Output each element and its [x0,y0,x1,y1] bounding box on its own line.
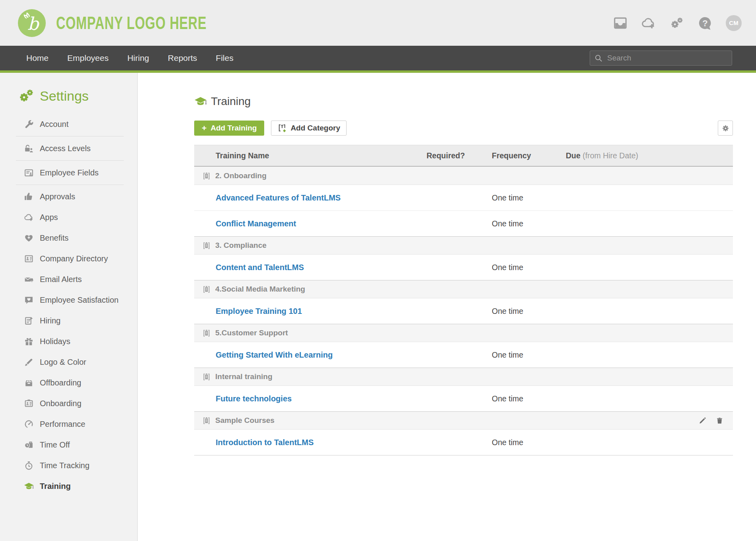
nav-item-hiring[interactable]: Hiring [127,53,149,63]
training-frequency: One time [492,193,566,202]
sidebar-item-email-alerts[interactable]: Email Alerts [0,269,137,290]
settings-title: Settings [18,87,137,105]
main-nav: HomeEmployeesHiringReportsFiles [0,46,756,70]
category-label: 4.Social Media Marketing [215,285,305,294]
add-category-button[interactable]: Add Category [271,121,347,136]
training-link[interactable]: Future technologies [194,394,427,403]
nav-item-reports[interactable]: Reports [168,53,197,63]
sidebar-item-offboarding[interactable]: Offboarding [0,372,137,393]
sidebar-item-label: Employee Satisfaction [40,296,119,305]
table-settings-button[interactable] [718,121,733,136]
sidebar-item-benefits[interactable]: Benefits [0,228,137,248]
stopwatch-icon [24,461,34,471]
training-link[interactable]: Conflict Management [194,219,427,228]
training-frequency: One time [492,219,566,228]
training-link[interactable]: Getting Started With eLearning [194,350,427,360]
sidebar-item-onboarding[interactable]: Onboarding [0,393,137,414]
plus-icon: + [202,123,207,133]
box-icon [24,378,34,388]
clipboard-icon [202,329,211,337]
sidebar-item-time-off[interactable]: Time Off [0,434,137,455]
sidebar-item-apps[interactable]: Apps [0,207,137,228]
category-row-4-social-media-marketing: 4.Social Media Marketing [194,280,733,298]
clipboard-add-icon [277,123,287,133]
sidebar-item-label: Offboarding [40,378,81,387]
company-logo[interactable]: b COMPANY LOGO HERE [0,9,265,37]
training-frequency: One time [492,394,566,403]
training-link[interactable]: Content and TalentLMS [194,263,427,272]
inbox-icon[interactable] [613,16,628,31]
sidebar-item-label: Time Off [40,440,70,450]
clipboard-icon [202,372,211,381]
training-row-future-technologies: Future technologiesOne time [194,386,733,411]
clipboard-icon [202,241,211,250]
help-icon[interactable]: ? [698,16,713,31]
sidebar-item-logo-color[interactable]: Logo & Color [0,352,137,372]
training-link[interactable]: Introduction to TalentLMS [194,438,427,447]
training-frequency: One time [492,263,566,272]
col-required: Required? [427,151,492,160]
sidebar-item-company-directory[interactable]: Company Directory [0,248,137,269]
sidebar-item-label: Hiring [40,316,60,325]
sidebar-item-label: Approvals [40,192,75,201]
trash-icon[interactable] [716,417,723,424]
sidebar-item-label: Benefits [40,234,68,243]
employee-fields-icon [24,168,34,178]
category-label: 5.Customer Support [215,329,288,337]
training-row-advanced-features-of-talentlms: Advanced Features of TalentLMSOne time [194,185,733,210]
training-link[interactable]: Advanced Features of TalentLMS [194,193,427,202]
sidebar-item-account[interactable]: Account [0,113,137,135]
sidebar-item-time-tracking[interactable]: Time Tracking [0,455,137,476]
training-frequency: One time [492,350,566,360]
training-row-getting-started-with-elearning: Getting Started With eLearningOne time [194,342,733,368]
nav-item-files[interactable]: Files [216,53,233,63]
col-frequency: Frequency [492,151,566,160]
company-logo-icon: b [18,9,46,37]
training-frequency: One time [492,438,566,447]
page-title: Training [194,95,733,108]
sidebar-item-label: Apps [40,213,58,222]
thumbs-up-icon [24,192,34,202]
sidebar-item-label: Holidays [40,337,70,346]
clipboard-icon [202,171,211,180]
sidebar-item-label: Account [40,120,68,129]
search-box[interactable] [590,51,732,66]
sidebar-item-employee-satisfaction[interactable]: Employee Satisfaction [0,290,137,310]
search-icon [594,54,603,62]
document-pin-icon [24,316,34,326]
main-content: Training + Add Training Add Category Tra… [138,73,756,541]
sidebar-item-approvals[interactable]: Approvals [0,186,137,207]
sidebar-divider [16,185,124,185]
pencil-icon[interactable] [699,417,706,424]
training-row-employee-training-101: Employee Training 101One time [194,298,733,324]
sidebar-item-employee-fields[interactable]: Employee Fields [0,162,137,183]
category-label: Sample Courses [215,416,275,425]
cloud-add-icon[interactable] [641,16,656,31]
graduation-cap-icon [24,481,34,491]
nav-item-employees[interactable]: Employees [67,53,109,63]
sidebar-divider [16,160,124,161]
category-row-internal-training: Internal training [194,368,733,386]
app-header: b COMPANY LOGO HERE ? CM [0,0,756,46]
sidebar-item-training[interactable]: Training [0,476,137,496]
cloud-add-icon [24,212,34,222]
sidebar-items: AccountAccess LevelsEmployee FieldsAppro… [0,113,137,496]
nav-item-home[interactable]: Home [26,53,49,63]
avatar[interactable]: CM [726,15,742,31]
sidebar-item-holidays[interactable]: Holidays [0,331,137,352]
sidebar-item-access-levels[interactable]: Access Levels [0,138,137,159]
add-training-button[interactable]: + Add Training [194,121,264,136]
gears-icon[interactable] [669,16,684,31]
email-alert-icon [24,274,34,284]
heart-plus-icon [24,233,34,243]
gauge-icon [24,419,34,429]
lock-user-icon [24,144,34,154]
category-label: 3. Compliance [215,241,267,250]
training-link[interactable]: Employee Training 101 [194,307,427,316]
id-badge-icon [24,399,34,409]
category-row-sample-courses: Sample Courses [194,411,733,430]
sidebar-item-hiring[interactable]: Hiring [0,310,137,331]
search-input[interactable] [606,53,728,63]
sidebar-item-performance[interactable]: Performance [0,414,137,434]
category-label: 2. Onboarding [215,171,267,180]
